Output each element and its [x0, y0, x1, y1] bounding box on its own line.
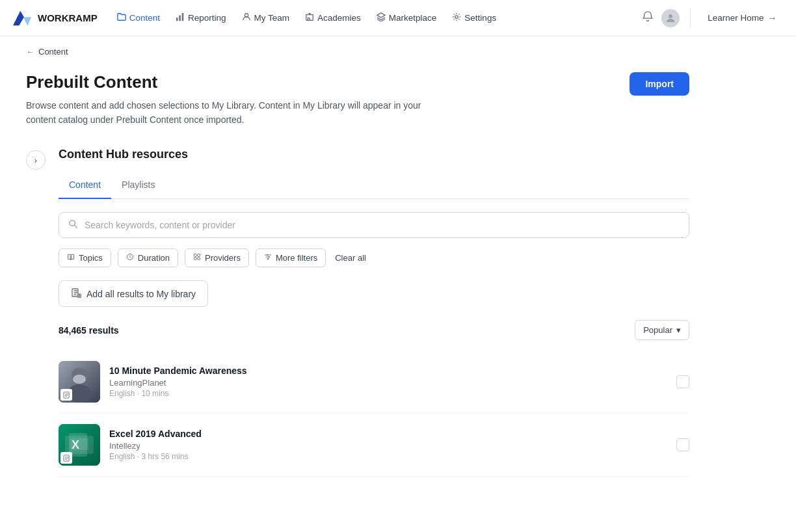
learner-home-link[interactable]: Learner Home →	[701, 9, 783, 27]
svg-point-6	[245, 14, 248, 17]
content-hub: › Content Hub resources Content Playlist…	[26, 148, 689, 477]
sort-dropdown[interactable]: Popular ▾	[635, 320, 689, 340]
search-input[interactable]	[85, 220, 680, 230]
content-checkbox[interactable]	[676, 438, 689, 451]
gear-icon	[452, 12, 461, 23]
nav-item-reporting[interactable]: Reporting	[169, 8, 233, 27]
nav-item-my-team[interactable]: My Team	[235, 8, 297, 27]
nav-item-academies[interactable]: Academies	[298, 8, 367, 27]
import-button[interactable]: Import	[630, 72, 689, 96]
search-icon	[68, 219, 78, 231]
tab-playlists[interactable]: Playlists	[111, 174, 165, 199]
breadcrumb: ← Content	[0, 36, 796, 57]
chart-icon	[176, 12, 185, 23]
breadcrumb-link[interactable]: Content	[38, 47, 68, 57]
person-icon	[242, 12, 251, 23]
grid-icon	[193, 253, 201, 263]
svg-rect-15	[198, 258, 200, 260]
list-item: 10 Minute Pandemic Awareness LearningPla…	[59, 351, 689, 414]
add-library-icon	[71, 287, 81, 300]
results-header: 84,465 results Popular ▾	[59, 320, 689, 340]
tab-content[interactable]: Content	[59, 174, 111, 199]
page-description: Browse content and add chosen selections…	[26, 99, 442, 127]
filter-more[interactable]: More filters	[256, 248, 326, 267]
navbar: WORKRAMP Content Reporting My Team Acade…	[0, 0, 796, 36]
content-thumbnail: X	[59, 424, 100, 466]
content-meta: English · 3 hrs 56 mins	[109, 452, 667, 461]
sliders-icon	[264, 253, 272, 263]
collapse-button[interactable]: ›	[26, 150, 46, 170]
svg-point-18	[267, 258, 269, 259]
content-thumbnail	[59, 361, 100, 403]
content-meta: English · 10 mins	[109, 389, 667, 398]
layers-icon	[377, 12, 386, 23]
back-arrow-icon: ←	[26, 47, 34, 57]
nav-item-content[interactable]: Content	[111, 8, 166, 27]
svg-point-8	[455, 16, 458, 18]
filter-duration[interactable]: Duration	[118, 248, 178, 267]
filter-topics[interactable]: Topics	[59, 248, 111, 267]
content-info: 10 Minute Pandemic Awareness LearningPla…	[109, 366, 667, 398]
nav-divider	[690, 9, 691, 27]
clock-icon	[126, 253, 134, 263]
add-all-button[interactable]: Add all results to My library	[59, 280, 208, 307]
page-title: Prebuilt Content	[26, 72, 442, 92]
svg-marker-0	[13, 10, 24, 25]
svg-rect-12	[194, 254, 197, 257]
book-icon	[67, 253, 75, 263]
chevron-right-icon: ›	[34, 155, 37, 165]
filter-bar: Topics Duration Providers	[59, 248, 689, 267]
page-header-left: Prebuilt Content Browse content and add …	[26, 72, 442, 127]
app-name: WORKRAMP	[38, 12, 98, 23]
content-list: 10 Minute Pandemic Awareness LearningPla…	[59, 351, 689, 477]
content-provider: LearningPlanet	[109, 378, 667, 388]
svg-rect-5	[182, 13, 184, 21]
svg-rect-13	[198, 254, 200, 257]
clear-all-button[interactable]: Clear all	[332, 249, 369, 267]
svg-marker-2	[24, 17, 31, 25]
hub-content-area: Content Hub resources Content Playlists	[59, 148, 689, 477]
chevron-down-icon: ▾	[676, 325, 681, 335]
bell-icon[interactable]	[642, 10, 654, 25]
results-count: 84,465 results	[59, 325, 119, 336]
building-icon	[305, 12, 314, 23]
content-checkbox[interactable]	[676, 375, 689, 388]
avatar[interactable]	[661, 9, 680, 27]
main-content: Prebuilt Content Browse content and add …	[0, 57, 715, 503]
svg-point-24	[73, 375, 86, 384]
svg-rect-4	[179, 15, 181, 21]
content-provider: Intellezy	[109, 441, 667, 451]
nav-item-marketplace[interactable]: Marketplace	[370, 8, 444, 27]
folder-icon	[117, 12, 126, 23]
search-bar	[59, 212, 689, 238]
filter-providers[interactable]: Providers	[185, 248, 249, 267]
svg-point-9	[669, 14, 672, 18]
hub-title: Content Hub resources	[59, 148, 689, 161]
content-info: Excel 2019 Advanced Intellezy English · …	[109, 429, 667, 461]
svg-point-17	[268, 256, 269, 258]
svg-rect-30	[70, 438, 88, 450]
content-tabs: Content Playlists	[59, 174, 689, 199]
svg-point-16	[267, 254, 268, 256]
content-title: 10 Minute Pandemic Awareness	[109, 366, 667, 376]
page-header: Prebuilt Content Browse content and add …	[26, 72, 689, 127]
logo[interactable]: WORKRAMP	[13, 8, 98, 28]
content-title: Excel 2019 Advanced	[109, 429, 667, 439]
arrow-right-icon: →	[768, 13, 777, 23]
nav-item-settings[interactable]: Settings	[445, 8, 503, 27]
svg-point-10	[70, 220, 75, 226]
svg-rect-3	[176, 18, 178, 21]
svg-rect-14	[194, 258, 197, 260]
list-item: X Excel 2019 Advanced Intell	[59, 414, 689, 477]
nav-right: Learner Home →	[642, 9, 783, 27]
